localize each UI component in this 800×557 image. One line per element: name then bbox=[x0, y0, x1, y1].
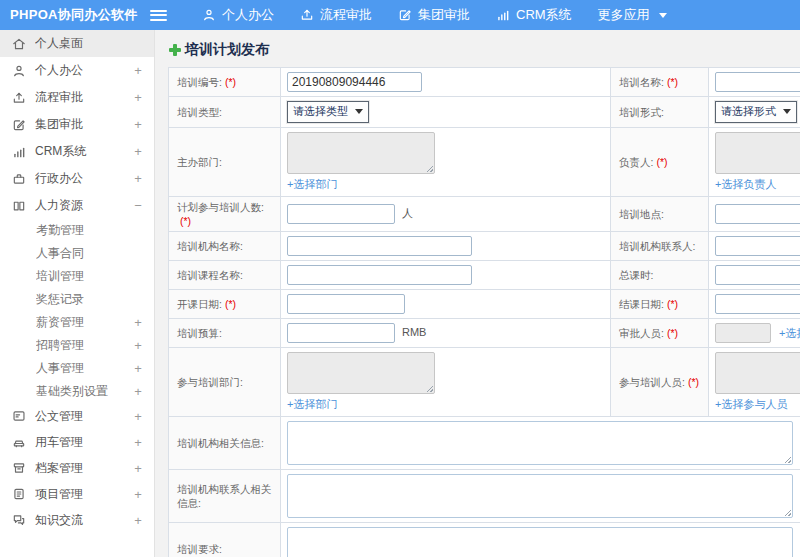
app-logo[interactable]: PHPOA协同办公软件 bbox=[0, 6, 142, 24]
required-mark: (*) bbox=[667, 298, 678, 310]
required-mark: (*) bbox=[667, 327, 678, 339]
sidebar-item-attendance-mgmt[interactable]: 考勤管理 bbox=[0, 219, 154, 242]
expand-toggle[interactable]: + bbox=[132, 384, 144, 399]
menu-toggle-icon[interactable] bbox=[150, 10, 167, 21]
sidebar-item-label: 个人桌面 bbox=[35, 35, 144, 52]
required-mark: (*) bbox=[667, 76, 678, 88]
expand-toggle[interactable]: + bbox=[132, 90, 144, 105]
required-mark: (*) bbox=[225, 76, 236, 88]
sidebar-item-label: CRM系统 bbox=[35, 143, 132, 160]
org-name-input[interactable] bbox=[287, 236, 472, 256]
sidebar-item-label: 公文管理 bbox=[35, 408, 132, 425]
book-icon bbox=[12, 199, 26, 213]
topnav-label: 个人办公 bbox=[222, 6, 274, 24]
expand-toggle[interactable]: + bbox=[132, 63, 144, 78]
sidebar-item-knowledge-exchange[interactable]: 知识交流 + bbox=[0, 507, 154, 533]
sidebar-item-training-mgmt[interactable]: 培训管理 bbox=[0, 265, 154, 288]
budget-input[interactable] bbox=[287, 323, 395, 343]
leader-box bbox=[715, 132, 800, 174]
select-leader-link[interactable]: +选择负责人 bbox=[715, 177, 776, 192]
expand-toggle[interactable]: + bbox=[132, 409, 144, 424]
caret-down-icon bbox=[783, 109, 791, 114]
end-date-input[interactable] bbox=[715, 294, 800, 314]
user-icon bbox=[202, 8, 216, 22]
form-row: 参与培训部门: +选择部门 参与培训人员:(*) +选择参与人员 bbox=[169, 348, 800, 417]
org-info-textarea[interactable] bbox=[287, 421, 793, 465]
sidebar-item-label: 基础类别设置 bbox=[36, 383, 132, 400]
expand-toggle[interactable]: + bbox=[132, 171, 144, 186]
required-mark: (*) bbox=[656, 156, 667, 168]
expand-toggle[interactable]: + bbox=[132, 487, 144, 502]
expand-toggle[interactable]: + bbox=[132, 117, 144, 132]
training-req-textarea[interactable] bbox=[287, 527, 793, 557]
topnav-crm-system[interactable]: CRM系统 bbox=[483, 0, 585, 30]
expand-toggle[interactable]: + bbox=[132, 461, 144, 476]
chat-icon bbox=[12, 513, 26, 527]
sidebar-item-personal-desktop[interactable]: 个人桌面 bbox=[0, 30, 154, 57]
sidebar-item-reward-punish[interactable]: 奖惩记录 bbox=[0, 288, 154, 311]
sidebar-item-crm-system[interactable]: CRM系统 + bbox=[0, 138, 154, 165]
sidebar-item-label: 用车管理 bbox=[35, 434, 132, 451]
topnav-label: 流程审批 bbox=[320, 6, 372, 24]
topnav-more-apps[interactable]: 更多应用 bbox=[585, 0, 680, 30]
sidebar-item-workflow-approval[interactable]: 流程审批 + bbox=[0, 84, 154, 111]
top-navigation: 个人办公 流程审批 集团审批 CRM系统 更多应用 bbox=[189, 0, 680, 30]
select-join-people-link[interactable]: +选择参与人员 bbox=[715, 397, 787, 412]
collapse-toggle[interactable]: − bbox=[132, 198, 144, 213]
org-contact-info-textarea[interactable] bbox=[287, 474, 793, 518]
project-icon bbox=[12, 487, 26, 501]
sidebar-item-group-approval[interactable]: 集团审批 + bbox=[0, 111, 154, 138]
sidebar-item-label: 流程审批 bbox=[35, 89, 132, 106]
select-dept-link[interactable]: +选择部门 bbox=[287, 177, 337, 192]
total-hours-input[interactable] bbox=[715, 265, 800, 285]
required-mark: (*) bbox=[225, 298, 236, 310]
location-input[interactable] bbox=[715, 204, 800, 224]
topnav-personal-office[interactable]: 个人办公 bbox=[189, 0, 287, 30]
sidebar-item-hr[interactable]: 人力资源 − bbox=[0, 192, 154, 219]
training-name-input[interactable] bbox=[715, 72, 800, 92]
sidebar-item-archive-mgmt[interactable]: 档案管理 + bbox=[0, 455, 154, 481]
select-approver-link[interactable]: +选择审批人员 bbox=[779, 326, 800, 341]
sidebar-item-recruit-mgmt[interactable]: 招聘管理 + bbox=[0, 334, 154, 357]
expand-toggle[interactable]: + bbox=[132, 435, 144, 450]
sidebar-item-salary-mgmt[interactable]: 薪资管理 + bbox=[0, 311, 154, 334]
planned-count-input[interactable] bbox=[287, 204, 395, 224]
edit-icon bbox=[398, 8, 412, 22]
training-no-input[interactable] bbox=[287, 72, 422, 92]
sidebar-item-vehicle-mgmt[interactable]: 用车管理 + bbox=[0, 429, 154, 455]
form-row: 培训预算: RMB 审批人员:(*) +选择审批人员 bbox=[169, 319, 800, 348]
field-label: 总课时: bbox=[619, 269, 653, 281]
sidebar-item-personal-office[interactable]: 个人办公 + bbox=[0, 57, 154, 84]
topnav-group-approval[interactable]: 集团审批 bbox=[385, 0, 483, 30]
expand-toggle[interactable]: + bbox=[132, 144, 144, 159]
sidebar-item-project-mgmt[interactable]: 项目管理 + bbox=[0, 481, 154, 507]
select-join-dept-link[interactable]: +选择部门 bbox=[287, 397, 337, 412]
course-name-input[interactable] bbox=[287, 265, 472, 285]
org-contact-input[interactable] bbox=[715, 236, 800, 256]
sidebar-item-base-category[interactable]: 基础类别设置 + bbox=[0, 380, 154, 403]
form-row: 培训机构相关信息: bbox=[169, 417, 800, 470]
expand-toggle[interactable]: + bbox=[132, 513, 144, 528]
training-form-select[interactable]: 请选择形式 bbox=[715, 101, 797, 123]
topnav-workflow-approval[interactable]: 流程审批 bbox=[287, 0, 385, 30]
sidebar-item-hr-contract[interactable]: 人事合同 bbox=[0, 242, 154, 265]
edit-icon bbox=[12, 118, 26, 132]
join-people-box bbox=[715, 352, 800, 394]
form-row: 培训机构名称: 培训机构联系人: bbox=[169, 232, 800, 261]
required-mark: (*) bbox=[180, 215, 191, 227]
document-icon bbox=[12, 409, 26, 423]
expand-toggle[interactable]: + bbox=[132, 338, 144, 353]
form-row: 主办部门: +选择部门 负责人:(*) +选择负责人 bbox=[169, 128, 800, 197]
sidebar-item-label: 项目管理 bbox=[35, 486, 132, 503]
field-label: 主办部门: bbox=[177, 156, 222, 168]
expand-toggle[interactable]: + bbox=[132, 361, 144, 376]
sidebar-item-label: 薪资管理 bbox=[36, 314, 132, 331]
sidebar-item-admin-office[interactable]: 行政办公 + bbox=[0, 165, 154, 192]
training-type-select[interactable]: 请选择类型 bbox=[287, 101, 369, 123]
start-date-input[interactable] bbox=[287, 294, 405, 314]
sidebar-item-label: 个人办公 bbox=[35, 62, 132, 79]
sidebar-item-personnel-mgmt[interactable]: 人事管理 + bbox=[0, 357, 154, 380]
form-row: 培训机构联系人相关信息: bbox=[169, 470, 800, 523]
expand-toggle[interactable]: + bbox=[132, 315, 144, 330]
sidebar-item-document-mgmt[interactable]: 公文管理 + bbox=[0, 403, 154, 429]
